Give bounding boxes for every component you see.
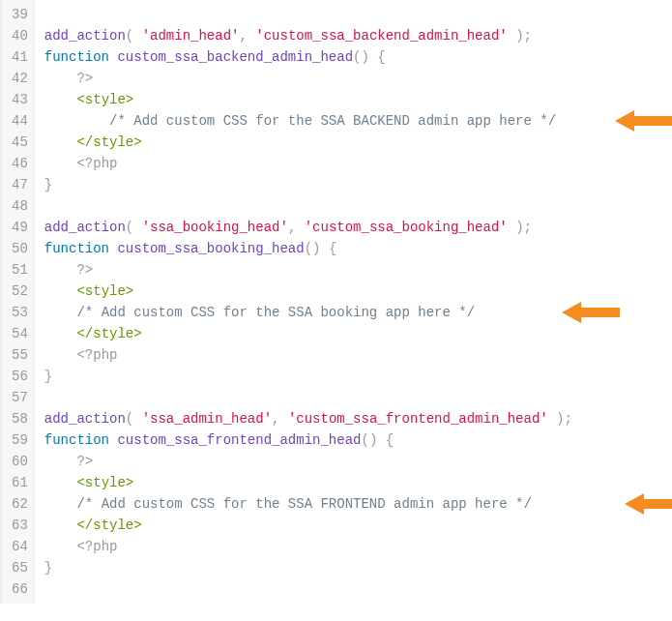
- code-token: (: [126, 28, 142, 44]
- code-token: [44, 454, 77, 469]
- code-line[interactable]: ?>: [44, 68, 672, 89]
- annotation-arrow-icon: [625, 493, 672, 515]
- code-token: [44, 92, 77, 107]
- code-line[interactable]: <?php: [44, 344, 672, 366]
- code-line[interactable]: }: [44, 174, 672, 195]
- code-token: );: [548, 411, 572, 427]
- code-token: function: [44, 49, 109, 65]
- line-number: 39: [12, 4, 28, 25]
- code-token: [44, 496, 77, 512]
- code-token: [44, 71, 77, 86]
- code-line[interactable]: <style>: [44, 281, 672, 302]
- code-token: 'ssa_admin_head': [142, 411, 272, 427]
- line-number: 57: [12, 387, 28, 408]
- code-token: 'custom_ssa_booking_head': [305, 220, 508, 235]
- code-line[interactable]: </style>: [44, 323, 672, 344]
- code-line[interactable]: add_action( 'ssa_booking_head', 'custom_…: [44, 217, 672, 238]
- code-line[interactable]: </style>: [44, 132, 672, 153]
- code-line[interactable]: [44, 4, 672, 25]
- line-number: 64: [12, 536, 28, 557]
- code-token: <?php: [76, 156, 117, 171]
- code-line[interactable]: /* Add custom CSS for the SSA BACKEND ad…: [44, 110, 672, 132]
- line-number: 51: [12, 259, 28, 281]
- code-token: </style>: [76, 134, 141, 150]
- code-token: [44, 283, 77, 299]
- line-number: 40: [12, 25, 28, 46]
- code-line[interactable]: </style>: [44, 515, 672, 536]
- code-token: [44, 156, 77, 171]
- code-token: function: [44, 432, 109, 448]
- code-line[interactable]: <?php: [44, 536, 672, 557]
- code-token: [44, 305, 77, 320]
- line-number: 47: [12, 174, 28, 195]
- code-token: <style>: [76, 92, 133, 107]
- code-token: );: [508, 28, 532, 44]
- code-token: custom_ssa_backend_admin_head: [117, 49, 353, 65]
- code-token: 'ssa_booking_head': [142, 220, 288, 235]
- code-token: (): [361, 432, 377, 448]
- line-number: 53: [12, 302, 28, 323]
- code-line[interactable]: [44, 195, 672, 217]
- code-line[interactable]: function custom_ssa_booking_head() {: [44, 238, 672, 259]
- code-token: 'admin_head': [142, 28, 240, 44]
- code-line[interactable]: add_action( 'admin_head', 'custom_ssa_ba…: [44, 25, 672, 46]
- code-token: [44, 113, 109, 129]
- code-token: }: [44, 177, 52, 192]
- code-line[interactable]: [44, 387, 672, 408]
- code-token: 'custom_ssa_frontend_admin_head': [288, 411, 548, 427]
- line-number: 55: [12, 344, 28, 366]
- code-line[interactable]: }: [44, 366, 672, 387]
- code-token: 'custom_ssa_backend_admin_head': [255, 28, 507, 44]
- code-line[interactable]: /* Add custom CSS for the SSA FRONTEND a…: [44, 493, 672, 515]
- code-token: {: [329, 241, 336, 256]
- line-number: 43: [12, 89, 28, 110]
- line-number: 59: [12, 429, 28, 451]
- code-token: [44, 347, 77, 363]
- code-token: ?>: [76, 71, 93, 86]
- line-number: 52: [12, 281, 28, 302]
- code-token: </style>: [76, 326, 141, 341]
- line-number: 44: [12, 110, 28, 132]
- line-number: 45: [12, 132, 28, 153]
- code-token: /* Add custom CSS for the SSA FRONTEND a…: [76, 496, 531, 512]
- line-number: 62: [12, 493, 28, 515]
- line-number: 50: [12, 238, 28, 259]
- line-number-gutter: 3940414243444546474849505152535455565758…: [2, 0, 35, 604]
- code-line[interactable]: add_action( 'ssa_admin_head', 'custom_ss…: [44, 408, 672, 429]
- code-line[interactable]: ?>: [44, 451, 672, 472]
- code-token: (): [353, 49, 369, 65]
- code-area[interactable]: add_action( 'admin_head', 'custom_ssa_ba…: [35, 0, 672, 604]
- code-token: <?php: [76, 539, 117, 554]
- code-token: custom_ssa_booking_head: [117, 241, 304, 256]
- line-number: 65: [12, 557, 28, 578]
- line-number: 63: [12, 515, 28, 536]
- code-line[interactable]: <style>: [44, 89, 672, 110]
- line-number: 48: [12, 195, 28, 217]
- line-number: 49: [12, 217, 28, 238]
- code-line[interactable]: function custom_ssa_frontend_admin_head(…: [44, 429, 672, 451]
- code-line[interactable]: function custom_ssa_backend_admin_head()…: [44, 46, 672, 68]
- code-token: ,: [272, 411, 288, 427]
- code-token: [44, 326, 77, 341]
- code-token: add_action: [44, 28, 126, 44]
- code-token: (): [305, 241, 321, 256]
- code-token: add_action: [44, 220, 126, 235]
- code-line[interactable]: <?php: [44, 153, 672, 174]
- code-token: }: [44, 369, 52, 384]
- line-number: 66: [12, 578, 28, 600]
- code-token: add_action: [44, 411, 126, 427]
- code-line[interactable]: [44, 578, 672, 600]
- code-token: /* Add custom CSS for the SSA BACKEND ad…: [109, 113, 556, 129]
- code-token: (: [126, 220, 142, 235]
- code-token: [320, 241, 328, 256]
- code-line[interactable]: }: [44, 557, 672, 578]
- code-token: );: [508, 220, 532, 235]
- code-token: ?>: [76, 262, 93, 278]
- code-token: [44, 134, 77, 150]
- code-token: [44, 539, 77, 554]
- code-line[interactable]: <style>: [44, 472, 672, 493]
- code-token: {: [377, 49, 385, 65]
- code-line[interactable]: ?>: [44, 259, 672, 281]
- line-number: 56: [12, 366, 28, 387]
- code-token: /* Add custom CSS for the SSA booking ap…: [76, 305, 475, 320]
